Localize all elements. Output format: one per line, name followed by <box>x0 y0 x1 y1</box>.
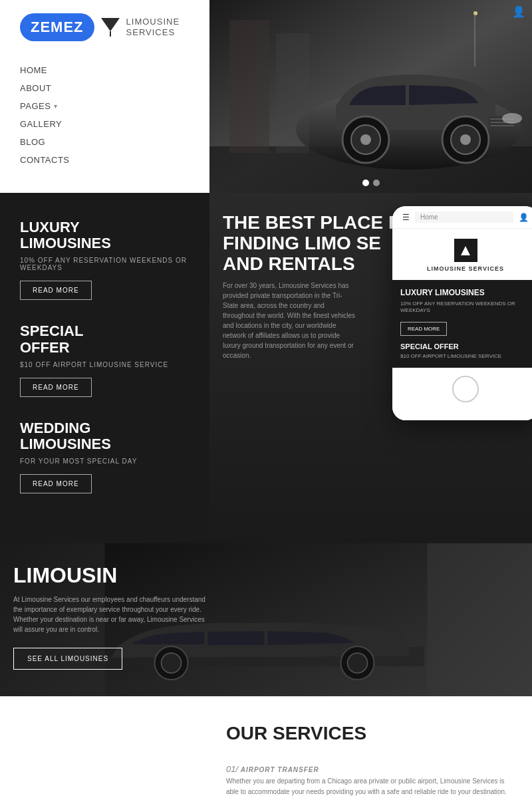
sidebar: ZEMEZ LIMOUSINE SERVICES HOME ABOUT PAGE… <box>0 0 209 193</box>
promo-wedding-title: WEDDINGLIMOUSINES <box>20 420 190 452</box>
zemez-logo[interactable]: ZEMEZ <box>20 13 94 41</box>
promo-block-special: SPECIALOFFER $10 OFF AIRPORT LIMOUSINE S… <box>20 323 190 396</box>
brand-line1: LIMOUSINE <box>126 17 180 27</box>
main-nav: HOME ABOUT PAGES ▾ GALLERY BLOG CONTACTS <box>20 61 209 169</box>
limo-title: LIMOUSIN <box>13 563 519 588</box>
limo-desc: At Limousine Services our employees and … <box>13 595 213 634</box>
hero-dot-1[interactable] <box>362 180 369 186</box>
arrow-shape-icon <box>101 18 120 31</box>
nav-contacts[interactable]: CONTACTS <box>20 151 209 169</box>
svg-marker-18 <box>461 246 470 255</box>
arrow-line-icon <box>110 31 111 37</box>
brand-name: LIMOUSINE SERVICES <box>126 17 180 37</box>
services-section: OUR SERVICES 01/ AIRPORT TRANSFER Whethe… <box>0 696 532 798</box>
phone-promo1-sub: 10% OFF ANY RESERVATION WEEKENDS OR WEEK… <box>400 301 531 315</box>
promo-special-title: SPECIALOFFER <box>20 323 190 355</box>
nav-gallery[interactable]: GALLERY <box>20 115 209 133</box>
promo-right: THE BEST PLACE FORFINDING LIMO SEAND REN… <box>209 193 532 543</box>
brand-line2: SERVICES <box>126 27 180 38</box>
phone-dark-section: LUXURY LIMOUSINES 10% OFF ANY RESERVATIO… <box>392 280 532 368</box>
promo-luxury-title: LUXURYLIMOUSINES <box>20 219 190 251</box>
phone-circle-button[interactable] <box>452 376 479 402</box>
phone-address-bar: Home <box>415 211 513 223</box>
phone-logo: LIMOUSINE SERVICES <box>402 239 529 272</box>
svg-rect-17 <box>474 13 475 66</box>
service-item-airport: 01/ AIRPORT TRANSFER Whether you are dep… <box>226 764 512 798</box>
logo-icon <box>101 18 120 37</box>
promo-left: LUXURYLIMOUSINES 10% OFF ANY RESERVATION… <box>0 193 209 543</box>
read-more-special-button[interactable]: READ MORE <box>20 378 92 397</box>
service-desc-1: Whether you are departing from a Chicago… <box>226 776 512 798</box>
phone-promo2-title: SPECIAL OFFER <box>400 342 531 350</box>
read-more-luxury-button[interactable]: READ MORE <box>20 281 92 300</box>
logo-area: ZEMEZ LIMOUSINE SERVICES <box>20 13 209 41</box>
best-place-desc: For over 30 years, Limousine Services ha… <box>223 281 356 360</box>
promo-right-background: THE BEST PLACE FORFINDING LIMO SEAND REN… <box>209 193 532 543</box>
limo-section: LIMOUSIN At Limousine Services our emplo… <box>0 543 532 696</box>
svg-rect-14 <box>229 20 269 153</box>
hero-dots <box>362 180 380 186</box>
svg-point-13 <box>502 113 522 124</box>
nav-home[interactable]: HOME <box>20 61 209 79</box>
chevron-down-icon: ▾ <box>54 102 58 110</box>
phone-logo-icon <box>454 239 477 262</box>
promo-wedding-subtitle: FOR YOUR MOST SPECIAL DAY <box>20 458 190 465</box>
svg-point-8 <box>460 134 471 145</box>
nav-pages[interactable]: PAGES ▾ <box>20 97 209 115</box>
promo-luxury-subtitle: 10% OFF ANY RESERVATION WEEKENDS OR WEEK… <box>20 257 190 271</box>
limo-content: LIMOUSIN At Limousine Services our emplo… <box>13 563 519 670</box>
promo-section: LUXURYLIMOUSINES 10% OFF ANY RESERVATION… <box>0 193 532 543</box>
header: ZEMEZ LIMOUSINE SERVICES HOME ABOUT PAGE… <box>0 0 532 193</box>
phone-mockup: ☰ Home 👤 LIMOUSINE SERVICES LUX <box>392 206 532 420</box>
hero-background <box>209 0 532 193</box>
limo-left: LIMOUSIN At Limousine Services our emplo… <box>0 543 532 696</box>
hero-dot-2[interactable] <box>373 180 380 186</box>
services-wrapper: OUR SERVICES 01/ AIRPORT TRANSFER Whethe… <box>0 696 532 798</box>
promo-block-wedding: WEDDINGLIMOUSINES FOR YOUR MOST SPECIAL … <box>20 420 190 493</box>
phone-home-indicator <box>402 368 529 410</box>
user-account-icon[interactable]: 👤 <box>512 5 525 18</box>
svg-point-5 <box>360 134 371 145</box>
svg-rect-15 <box>276 33 309 153</box>
promo-special-subtitle: $10 OFF AIRPORT LIMOUSINE SERVICE <box>20 361 190 368</box>
phone-body: LIMOUSINE SERVICES LUXURY LIMOUSINES 10%… <box>392 229 532 420</box>
read-more-wedding-button[interactable]: READ MORE <box>20 474 92 493</box>
service-number-1: 01/ AIRPORT TRANSFER <box>226 764 512 774</box>
promo-block-luxury: LUXURYLIMOUSINES 10% OFF ANY RESERVATION… <box>20 219 190 300</box>
nav-blog[interactable]: BLOG <box>20 133 209 151</box>
services-title: OUR SERVICES <box>226 723 512 744</box>
phone-promo1-title: LUXURY LIMOUSINES <box>400 288 531 297</box>
phone-brand-name: LIMOUSINE SERVICES <box>427 265 504 272</box>
svg-rect-12 <box>490 125 514 126</box>
phone-promo2-sub: $10 OFF AIRPORT LIMOUSINE SERVICE <box>400 353 531 360</box>
hero-image: 👤 <box>209 0 532 193</box>
phone-top-bar: ☰ Home 👤 <box>392 206 532 229</box>
phone-user-icon: 👤 <box>519 213 529 222</box>
phone-menu-icon: ☰ <box>402 213 410 222</box>
see-all-limousines-button[interactable]: SEE ALL LIMOUSINES <box>13 648 122 670</box>
phone-read-more-button[interactable]: READ MORE <box>400 322 447 336</box>
nav-about[interactable]: ABOUT <box>20 79 209 97</box>
